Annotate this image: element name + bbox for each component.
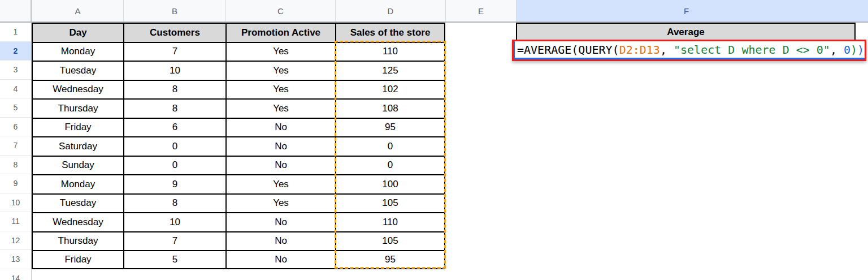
cell-b1[interactable]: Customers	[123, 23, 225, 42]
row-header-11[interactable]: 11	[0, 212, 31, 231]
table-row: Wednesday 10 No 110	[32, 212, 445, 231]
data-table: Day Customers Promotion Active Sales of …	[32, 23, 445, 269]
cell-a9[interactable]: Monday	[32, 174, 123, 193]
cell-b9[interactable]: 9	[123, 174, 225, 193]
column-header-c[interactable]: C	[225, 0, 335, 21]
cell-d2[interactable]: 110	[335, 42, 445, 61]
table-row: Wednesday 8 Yes 102	[32, 80, 445, 99]
cell-d5[interactable]: 108	[335, 98, 445, 118]
table-row: Monday 7 Yes 110	[32, 42, 445, 61]
row-header-10[interactable]: 10	[0, 193, 31, 213]
cell-f1-average-header[interactable]: Average	[516, 23, 856, 42]
row-header-5[interactable]: 5	[0, 98, 31, 118]
formula-segment-paren: )	[857, 43, 864, 57]
cell-a3[interactable]: Tuesday	[32, 61, 123, 80]
cell-f2-formula-input[interactable]: =AVERAGE(QUERY(D2:D13, "select D where D…	[514, 41, 865, 59]
table-row: Thursday 7 No 105	[32, 231, 445, 251]
row-header-8[interactable]: 8	[0, 156, 31, 175]
table-row: Friday 5 No 95	[32, 250, 445, 269]
cell-a11[interactable]: Wednesday	[32, 212, 123, 231]
cell-d7[interactable]: 0	[335, 136, 445, 156]
cell-b6[interactable]: 6	[123, 118, 225, 137]
cell-c12[interactable]: No	[225, 231, 335, 251]
spreadsheet: A B C D E F 1 2 3 4 5 6 7 8 9 10 11 12 1…	[0, 0, 868, 280]
cell-a12[interactable]: Thursday	[32, 231, 123, 251]
cell-d12[interactable]: 105	[335, 231, 445, 251]
column-header-a[interactable]: A	[32, 0, 123, 21]
cell-d4[interactable]: 102	[335, 80, 445, 99]
formula-segment-function: =AVERAGE(QUERY(	[517, 43, 619, 57]
row-header-6[interactable]: 6	[0, 118, 31, 137]
column-header-f-selected[interactable]: F	[516, 0, 868, 21]
cell-c11[interactable]: No	[225, 212, 335, 231]
table-row: Saturday 0 No 0	[32, 136, 445, 156]
row-header-1[interactable]: 1	[0, 23, 31, 42]
row-header-13[interactable]: 13	[0, 250, 31, 269]
cell-b10[interactable]: 8	[123, 193, 225, 213]
select-all-corner[interactable]	[0, 0, 32, 21]
formula-annotation-red-box: =AVERAGE(QUERY(D2:D13, "select D where D…	[512, 40, 866, 61]
cell-b8[interactable]: 0	[123, 156, 225, 175]
cell-a8[interactable]: Sunday	[32, 156, 123, 175]
cell-b7[interactable]: 0	[123, 136, 225, 156]
cell-c6[interactable]: No	[225, 118, 335, 137]
cell-a5[interactable]: Thursday	[32, 98, 123, 118]
cell-c13[interactable]: No	[225, 250, 335, 269]
row-header-3[interactable]: 3	[0, 61, 31, 80]
cell-b3[interactable]: 10	[123, 61, 225, 80]
cell-d1[interactable]: Sales of the store	[335, 23, 445, 42]
column-header-d[interactable]: D	[335, 0, 445, 21]
table-row: Thursday 8 Yes 108	[32, 98, 445, 118]
cell-c8[interactable]: No	[225, 156, 335, 175]
cell-a7[interactable]: Saturday	[32, 136, 123, 156]
cell-d10[interactable]: 105	[335, 193, 445, 213]
formula-segment-string: "select D where D <> 0"	[674, 43, 830, 57]
cell-d11[interactable]: 110	[335, 212, 445, 231]
table-row: Sunday 0 No 0	[32, 156, 445, 175]
column-header-e[interactable]: E	[445, 0, 516, 21]
cell-c3[interactable]: Yes	[225, 61, 335, 80]
cell-c2[interactable]: Yes	[225, 42, 335, 61]
formula-segment-paren: )	[850, 43, 857, 57]
cell-b13[interactable]: 5	[123, 250, 225, 269]
cell-c10[interactable]: Yes	[225, 193, 335, 213]
cell-b11[interactable]: 10	[123, 212, 225, 231]
table-header-row: Day Customers Promotion Active Sales of …	[32, 23, 445, 42]
cell-c7[interactable]: No	[225, 136, 335, 156]
row-header-gutter: 1 2 3 4 5 6 7 8 9 10 11 12 13 14	[0, 23, 32, 280]
cell-a10[interactable]: Tuesday	[32, 193, 123, 213]
table-row: Monday 9 Yes 100	[32, 174, 445, 193]
table-row: Tuesday 8 Yes 105	[32, 193, 445, 213]
cell-b5[interactable]: 8	[123, 98, 225, 118]
row-header-9[interactable]: 9	[0, 174, 31, 193]
cell-a13[interactable]: Friday	[32, 250, 123, 269]
cell-c4[interactable]: Yes	[225, 80, 335, 99]
row-header-7[interactable]: 7	[0, 136, 31, 156]
cell-b4[interactable]: 8	[123, 80, 225, 99]
formula-segment-number: 0	[844, 43, 850, 57]
cell-c5[interactable]: Yes	[225, 98, 335, 118]
cell-a4[interactable]: Wednesday	[32, 80, 123, 99]
cell-b12[interactable]: 7	[123, 231, 225, 251]
cell-b2[interactable]: 7	[123, 42, 225, 61]
cell-d8[interactable]: 0	[335, 156, 445, 175]
cell-d6[interactable]: 95	[335, 118, 445, 137]
column-letter-f: F	[517, 6, 856, 16]
table-row: Friday 6 No 95	[32, 118, 445, 137]
formula-segment-comma: ,	[660, 43, 674, 57]
cell-a1[interactable]: Day	[32, 23, 123, 42]
formula-segment-comma: ,	[830, 43, 844, 57]
cell-c1[interactable]: Promotion Active	[225, 23, 335, 42]
row-header-4[interactable]: 4	[0, 80, 31, 99]
cell-d13[interactable]: 95	[335, 250, 445, 269]
row-header-2-selected[interactable]: 2	[0, 42, 31, 61]
column-header-b[interactable]: B	[123, 0, 225, 21]
row-header-12[interactable]: 12	[0, 231, 31, 251]
cell-a6[interactable]: Friday	[32, 118, 123, 137]
cell-d3[interactable]: 125	[335, 61, 445, 80]
row-header-14[interactable]: 14	[0, 269, 31, 280]
cell-a2[interactable]: Monday	[32, 42, 123, 61]
cell-c9[interactable]: Yes	[225, 174, 335, 193]
column-header-strip: A B C D E F	[0, 0, 868, 23]
cell-d9[interactable]: 100	[335, 174, 445, 193]
